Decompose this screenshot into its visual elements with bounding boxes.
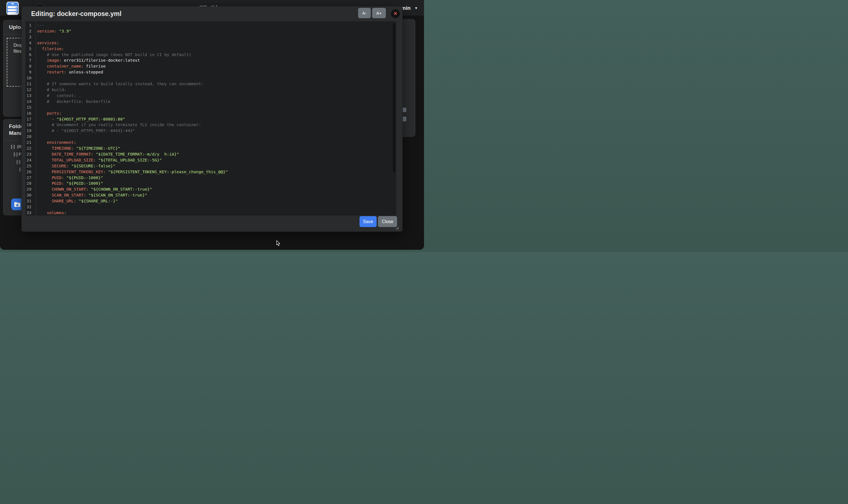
line-number: 12 <box>25 87 34 93</box>
code-line[interactable]: 3 <box>25 34 392 40</box>
editor-scrollbar[interactable] <box>393 23 395 173</box>
save-button[interactable]: Save <box>359 216 377 227</box>
font-decrease-button[interactable]: A- <box>358 8 371 18</box>
code-line[interactable]: 17 - "${HOST_HTTP_PORT:-8080}:80" <box>25 116 392 122</box>
resize-handle[interactable] <box>395 226 399 230</box>
line-number: 8 <box>25 64 34 69</box>
code-text: SECURE: "${SECURE:-false}" <box>34 163 115 169</box>
code-line[interactable]: 10 <box>25 75 392 81</box>
line-number: 11 <box>25 81 34 87</box>
code-text: # Use the published image (does NOT buil… <box>34 52 191 58</box>
code-line[interactable]: 16 ports: <box>25 110 392 116</box>
code-text: services: <box>34 40 59 46</box>
code-text: environment: <box>34 140 76 145</box>
code-text: # If someone wants to build locally inst… <box>34 81 204 87</box>
code-line[interactable]: 28 PGID: "${PGID:-1000}" <box>25 181 392 186</box>
line-number: 13 <box>25 93 34 99</box>
line-number: 4 <box>25 40 34 46</box>
code-line[interactable]: 4services: <box>25 40 392 46</box>
line-number: 18 <box>25 122 34 128</box>
code-text: ports: <box>34 110 61 116</box>
modal-title: Editing: docker-compose.yml <box>31 10 121 18</box>
code-text: # - "${HOST_HTTPS_PORT:-8443}:443" <box>34 128 135 134</box>
line-number: 15 <box>25 105 34 110</box>
code-text <box>34 105 37 110</box>
line-number: 32 <box>25 204 34 210</box>
code-line[interactable]: 7 image: error311/filerise-docker:latest <box>25 57 392 64</box>
line-number: 22 <box>25 145 34 151</box>
code-line[interactable]: 29 CHOWN_ON_START: "${CHOWN_ON_START:-tr… <box>25 186 392 192</box>
code-text: - "${HOST_HTTP_PORT:-8080}:80" <box>34 116 125 122</box>
line-number: 2 <box>25 28 34 34</box>
font-increase-button[interactable]: A+ <box>372 8 386 18</box>
close-icon[interactable]: ✕ <box>391 9 400 18</box>
code-line[interactable]: 33 volumes: <box>25 210 392 216</box>
code-line[interactable]: 23 DATE_TIME_FORMAT: "${DATE_TIME_FORMAT… <box>25 151 392 157</box>
line-number: 19 <box>25 128 34 134</box>
code-line[interactable]: 15 <box>25 105 392 110</box>
code-line[interactable]: 31 SHARE_URL: "${SHARE_URL:-}" <box>25 198 392 204</box>
code-line[interactable]: 27 PUID: "${PUID:-1000}" <box>25 175 392 181</box>
code-text: # context: . <box>34 93 81 99</box>
code-text: DATE_TIME_FORMAT: "${DATE_TIME_FORMAT:-m… <box>34 151 179 157</box>
line-number: 17 <box>25 116 34 122</box>
line-number: 9 <box>25 69 34 75</box>
code-line[interactable]: 12 # build: <box>25 87 392 93</box>
code-line[interactable]: 13 # context: . <box>25 93 392 99</box>
code-text: TIMEZONE: "${TIMEZONE:-UTC}" <box>34 145 120 151</box>
line-number: 33 <box>25 210 34 216</box>
code-text <box>34 134 37 140</box>
code-line[interactable]: 32 <box>25 204 392 210</box>
code-line[interactable]: 24 TOTAL_UPLOAD_SIZE: "${TOTAL_UPLOAD_SI… <box>25 157 392 163</box>
code-line[interactable]: 22 TIMEZONE: "${TIMEZONE:-UTC}" <box>25 145 392 151</box>
code-line[interactable]: 30 SCAN_ON_START: "${SCAN_ON_START:-true… <box>25 192 392 198</box>
code-text: CHOWN_ON_START: "${CHOWN_ON_START:-true}… <box>34 186 152 192</box>
code-editor[interactable]: 1---2version: "3.9"34services:5 filerise… <box>25 21 396 216</box>
code-line[interactable]: 6 # Use the published image (does NOT bu… <box>25 52 392 58</box>
code-line[interactable]: 5 filerise: <box>25 46 392 52</box>
line-number: 27 <box>25 175 34 181</box>
code-text: SHARE_URL: "${SHARE_URL:-}" <box>34 198 118 204</box>
code-line[interactable]: 20 <box>25 134 392 140</box>
code-line[interactable]: 8 container_name: filerise <box>25 64 392 69</box>
close-button[interactable]: Close <box>378 216 397 227</box>
code-text <box>34 75 37 81</box>
line-number: 23 <box>25 151 34 157</box>
line-number: 30 <box>25 192 34 198</box>
code-text: PGID: "${PGID:-1000}" <box>34 181 103 186</box>
code-text: TOTAL_UPLOAD_SIZE: "${TOTAL_UPLOAD_SIZE:… <box>34 157 162 163</box>
code-line[interactable]: 26 PERSISTENT_TOKENS_KEY: "${PERSISTENT_… <box>25 169 392 175</box>
line-number: 20 <box>25 134 34 140</box>
filerise-logo-icon[interactable] <box>6 2 19 15</box>
folder-plus-icon <box>14 202 20 207</box>
code-text: container_name: filerise <box>34 64 105 69</box>
code-text: # build: <box>34 87 67 93</box>
app-window: FileRise admin ▼ Upload Drop files here … <box>0 0 424 250</box>
code-line[interactable]: 2version: "3.9" <box>25 28 392 34</box>
line-number: 6 <box>25 52 34 58</box>
code-line[interactable]: 19 # - "${HOST_HTTPS_PORT:-8443}:443" <box>25 128 392 134</box>
code-line[interactable]: 21 environment: <box>25 140 392 145</box>
line-number: 28 <box>25 181 34 186</box>
code-line[interactable]: 18 # Uncomment if you really terminate T… <box>25 122 392 128</box>
line-number: 3 <box>25 34 34 40</box>
line-number: 16 <box>25 110 34 116</box>
line-number: 26 <box>25 169 34 175</box>
line-number: 7 <box>25 57 34 64</box>
code-text: volumes: <box>34 210 67 216</box>
line-number: 10 <box>25 75 34 81</box>
code-text: SCAN_ON_START: "${SCAN_ON_START:-true}" <box>34 192 147 198</box>
chevron-down-icon: ▼ <box>414 6 418 10</box>
code-text: filerise: <box>34 46 64 52</box>
code-text <box>34 204 37 210</box>
code-text: version: "3.9" <box>34 28 71 34</box>
code-text: PERSISTENT_TOKENS_KEY: "${PERSISTENT_TOK… <box>34 169 228 175</box>
code-line[interactable]: 11 # If someone wants to build locally i… <box>25 81 392 87</box>
code-line[interactable]: 9 restart: unless-stopped <box>25 69 392 75</box>
line-number: 29 <box>25 186 34 192</box>
code-line[interactable]: 14 # dockerfile: Dockerfile <box>25 99 392 105</box>
line-number: 25 <box>25 163 34 169</box>
line-number: 21 <box>25 140 34 145</box>
code-line[interactable]: 25 SECURE: "${SECURE:-false}" <box>25 163 392 169</box>
code-line[interactable]: 1--- <box>25 22 392 28</box>
